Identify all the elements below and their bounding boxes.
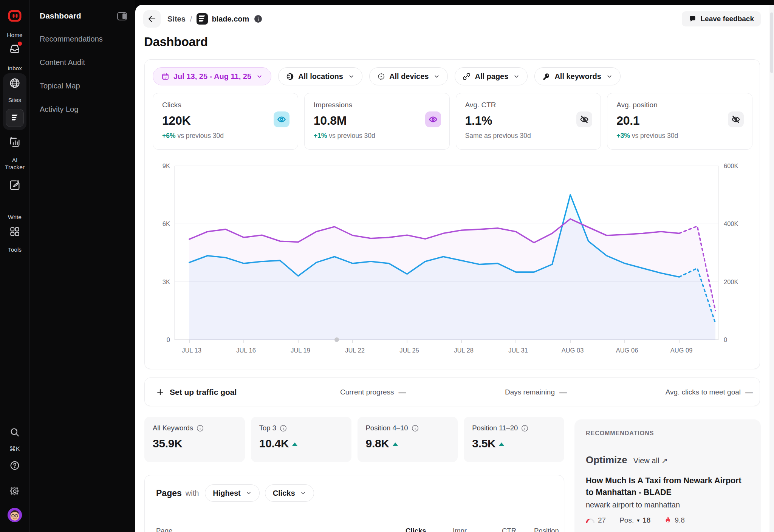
breadcrumb-separator: / — [190, 15, 192, 23]
svg-text:JUL 28: JUL 28 — [454, 347, 474, 354]
kpi-label: Impressions — [314, 101, 440, 109]
svg-text:AUG 06: AUG 06 — [616, 347, 638, 354]
panel-item-content-audit[interactable]: Content Audit — [40, 58, 85, 67]
sites-button[interactable] — [3, 77, 26, 89]
calendar-icon — [161, 73, 169, 80]
goal-days-remaining: Days remaining— — [505, 378, 567, 407]
chevron-down-icon — [513, 73, 520, 80]
stat-value: 3.5K — [472, 437, 495, 450]
stat-label: Top 3 — [259, 424, 276, 432]
goal-avg-clicks: Avg. clicks to meet goal— — [666, 378, 753, 407]
icon-rail: Home Inbox Sites — [0, 0, 29, 532]
svg-text:JUL 16: JUL 16 — [236, 347, 256, 354]
recommendation-title[interactable]: How Much Is A Taxi from Newark Airport t… — [586, 475, 749, 498]
kpi-value: 1.1% — [465, 114, 592, 128]
column-header-ctr[interactable]: CTR — [502, 527, 516, 532]
ctr-visibility-toggle[interactable] — [576, 111, 592, 127]
column-header-impr[interactable]: Impr. — [453, 527, 468, 532]
link-icon — [463, 73, 471, 80]
search-button[interactable] — [0, 427, 29, 438]
user-avatar[interactable] — [0, 508, 29, 522]
stat-card-position-4-10[interactable]: Position 4–10 9.8K — [358, 417, 458, 462]
kpi-label: Avg. CTR — [465, 101, 592, 109]
stat-card-all-keywords[interactable]: All Keywords 35.9K — [144, 417, 245, 462]
trend-up-icon — [292, 442, 297, 446]
globe-icon — [9, 77, 21, 89]
scrollbar-track[interactable] — [769, 5, 774, 532]
breadcrumb-sites[interactable]: Sites — [167, 15, 186, 23]
arrow-up-right-icon: ↗ — [661, 456, 668, 465]
collapse-panel-button[interactable] — [117, 12, 127, 20]
column-header-page[interactable]: Page — [156, 527, 172, 532]
keyword-stats-row: All Keywords 35.9K Top 3 10.4K Position … — [144, 417, 564, 462]
filter-row: Jul 13, 25 - Aug 11, 25 All locations — [153, 67, 621, 85]
column-header-clicks[interactable]: Clicks — [406, 527, 426, 532]
rail-label-sites: Sites — [3, 97, 26, 104]
info-icon — [197, 425, 204, 432]
stat-card-position-11-20[interactable]: Position 11–20 3.5K — [464, 417, 564, 462]
back-button[interactable] — [143, 10, 161, 28]
eye-off-icon — [731, 115, 740, 124]
position-visibility-toggle[interactable] — [728, 111, 744, 127]
home-logo-button[interactable] — [0, 8, 29, 24]
rail-label-home: Home — [0, 32, 29, 39]
keywords-filter[interactable]: All keywords — [534, 67, 620, 85]
svg-text:JUL 22: JUL 22 — [345, 347, 365, 354]
kpi-value: 120K — [162, 114, 289, 128]
impressions-visibility-toggle[interactable] — [425, 111, 441, 127]
column-header-position[interactable]: Position — [534, 527, 559, 532]
search-icon — [9, 427, 20, 438]
traffic-chart[interactable]: 03K6K9K0200K400K600KJUL 13JUL 16JUL 19JU… — [145, 157, 760, 361]
gear-icon — [9, 486, 20, 496]
stat-card-top-3[interactable]: Top 3 10.4K — [251, 417, 351, 462]
kpi-value: 10.8M — [314, 114, 440, 128]
panel-item-recommendations[interactable]: Recommendations — [40, 35, 103, 43]
panel-item-dashboard[interactable]: Dashboard — [40, 11, 81, 20]
svg-text:9K: 9K — [163, 162, 170, 169]
svg-text:6K: 6K — [163, 220, 170, 227]
help-button[interactable] — [0, 460, 29, 471]
recommendation-stats: 27 Pos. ▾ 18 9.8 — [586, 516, 749, 524]
locations-filter[interactable]: All locations — [278, 67, 362, 85]
kpi-delta: +3% vs previous 30d — [616, 132, 743, 140]
chevron-down-icon — [348, 73, 354, 80]
devices-filter[interactable]: All devices — [369, 67, 448, 85]
kpi-row: Clicks 120K +6% vs previous 30d Impressi… — [153, 93, 752, 150]
active-site-tile[interactable] — [6, 109, 24, 127]
setup-traffic-goal-button[interactable]: Set up traffic goal — [156, 378, 237, 407]
sort-metric-dropdown[interactable]: Clicks — [265, 484, 314, 502]
view-all-link[interactable]: View all ↗ — [633, 456, 668, 465]
arrow-left-icon — [147, 14, 156, 23]
speech-bubble-icon — [689, 15, 697, 23]
panel-item-activity-log[interactable]: Activity Log — [40, 105, 78, 114]
traffic-goal-card: Set up traffic goal Current progress— Da… — [144, 377, 760, 406]
clicks-visibility-toggle[interactable] — [274, 111, 289, 127]
panel-item-topical-map[interactable]: Topical Map — [40, 82, 80, 90]
breadcrumb-site-name[interactable]: blade.com — [212, 15, 249, 23]
leave-feedback-label: Leave feedback — [700, 15, 754, 23]
rail-label-tools: Tools — [0, 246, 29, 253]
settings-button[interactable] — [0, 486, 29, 496]
avatar-face-icon — [8, 508, 22, 522]
site-info-icon[interactable] — [254, 15, 262, 23]
ai-tracker-button[interactable] — [0, 136, 29, 148]
sites-group: Sites — [3, 73, 26, 130]
site-nav-panel: Dashboard Recommendations Content Audit … — [29, 0, 135, 532]
date-range-filter[interactable]: Jul 13, 25 - Aug 11, 25 — [153, 67, 271, 85]
pages-filter[interactable]: All pages — [455, 67, 528, 85]
inbox-button[interactable] — [0, 42, 29, 55]
sort-order-dropdown[interactable]: Highest — [205, 484, 259, 502]
leave-feedback-button[interactable]: Leave feedback — [682, 11, 761, 26]
setup-traffic-goal-label: Set up traffic goal — [170, 388, 237, 397]
trend-up-icon — [393, 442, 398, 446]
command-k-shortcut[interactable]: ⌘K — [0, 445, 29, 453]
scrollbar-thumb[interactable] — [770, 12, 773, 73]
traffic-overview-card: Jul 13, 25 - Aug 11, 25 All locations — [144, 59, 760, 369]
devices-scan-icon — [377, 73, 385, 80]
recommendations-heading: RECOMMENDATIONS — [586, 430, 749, 437]
svg-text:JUL 25: JUL 25 — [399, 347, 419, 354]
blade-favicon-icon — [9, 113, 20, 123]
date-range-value: Jul 13, 25 - Aug 11, 25 — [173, 72, 251, 81]
write-button[interactable] — [0, 179, 29, 191]
tools-button[interactable] — [0, 226, 29, 237]
